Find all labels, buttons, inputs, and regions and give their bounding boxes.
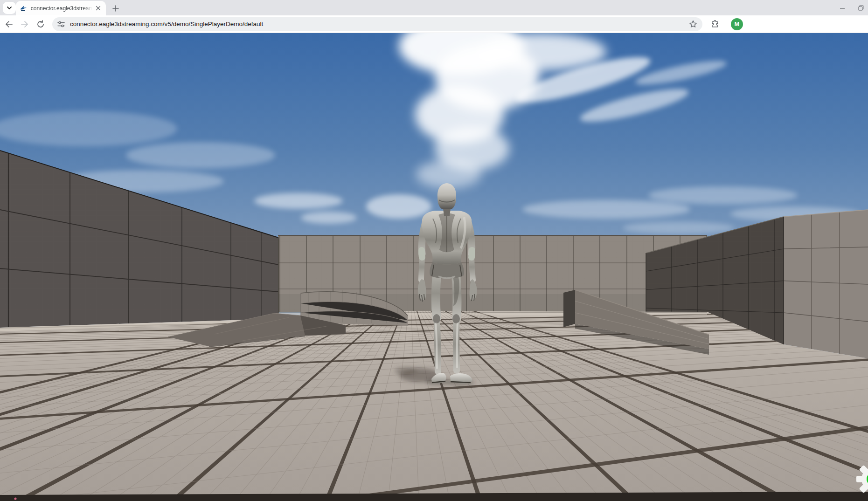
eagle-favicon-icon [20,5,27,12]
scene-canvas [0,33,868,501]
window-minimize-button[interactable] [838,4,847,12]
chevron-down-icon [7,5,12,11]
head [437,183,456,209]
window-controls [838,0,868,15]
arrow-right-icon [20,20,29,29]
arrow-left-icon [4,20,14,29]
back-button[interactable] [2,17,16,31]
reload-icon [36,20,45,29]
browser-window: connector.eagle3dstreaming.co [0,0,868,501]
tab-title: connector.eagle3dstreaming.co [31,5,94,12]
url-text[interactable]: connector.eagle3dstreaming.com/v5/demo/S… [70,21,688,27]
profile-avatar[interactable]: M [731,18,743,30]
browser-toolbar: connector.eagle3dstreaming.com/v5/demo/S… [0,15,868,33]
tab-close-button[interactable] [94,4,102,13]
active-tab[interactable]: connector.eagle3dstreaming.co [16,1,106,15]
window-restore-button[interactable] [857,4,865,12]
extensions-button[interactable] [708,17,722,31]
site-info-tune-icon[interactable] [57,20,65,28]
pink-indicator-dot [14,498,17,500]
reload-button[interactable] [34,17,48,31]
forward-button[interactable] [18,17,32,31]
puzzle-piece-icon [710,20,720,29]
new-tab-button[interactable] [110,3,121,14]
tab-strip: connector.eagle3dstreaming.co [0,0,868,15]
minimize-icon [839,5,846,11]
toolbar-right-tools: M [706,17,743,31]
bookmark-star-icon[interactable] [688,20,698,29]
hips [430,262,464,279]
plus-icon [112,5,119,12]
omnibox[interactable]: connector.eagle3dstreaming.com/v5/demo/S… [52,17,702,31]
toolbar-divider [726,20,726,28]
tab-search-button[interactable] [3,2,16,14]
close-icon [96,6,101,11]
neck [443,209,451,216]
restore-icon [858,5,864,11]
stream-viewport[interactable] [0,33,868,501]
